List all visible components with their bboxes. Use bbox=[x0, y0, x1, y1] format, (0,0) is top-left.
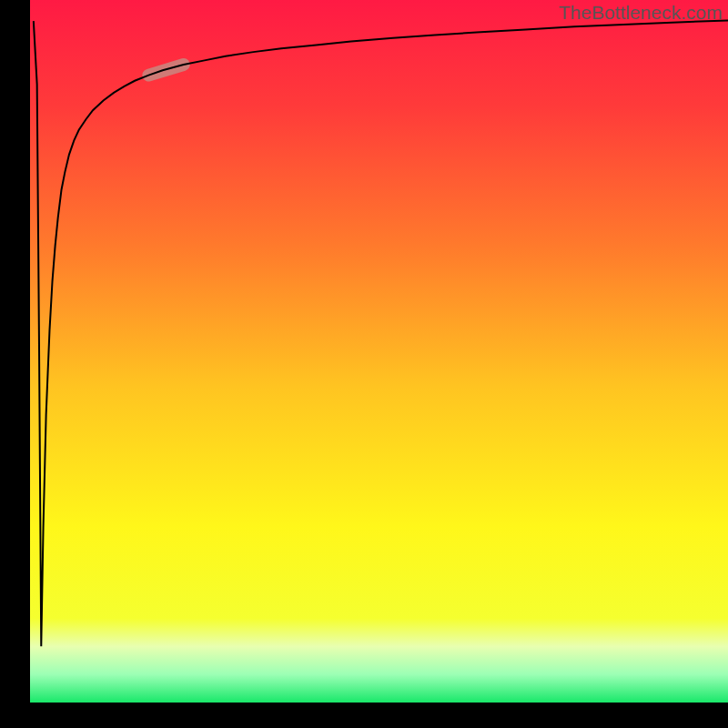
plot-background bbox=[30, 0, 728, 703]
chart-svg bbox=[0, 0, 728, 728]
x-axis bbox=[0, 703, 728, 728]
chart-container: TheBottleneck.com bbox=[0, 0, 728, 728]
y-axis bbox=[0, 0, 30, 728]
watermark-text: TheBottleneck.com bbox=[559, 2, 723, 24]
